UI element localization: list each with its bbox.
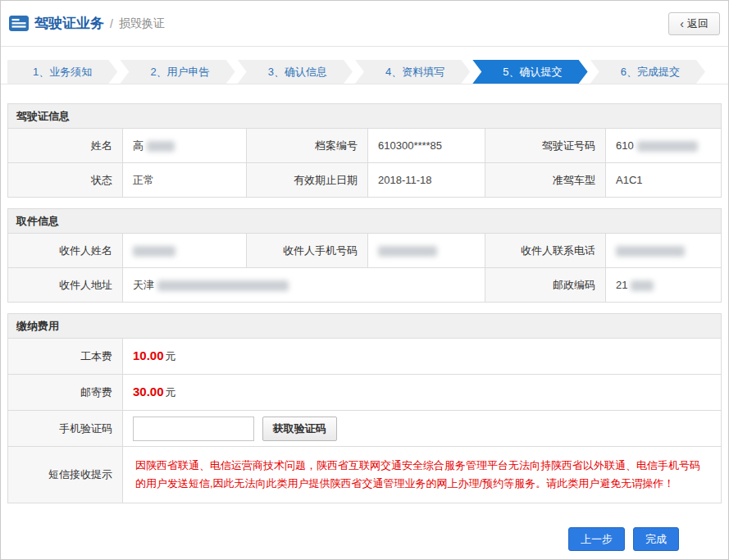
fees-section: 缴纳费用 工本费 10.00元 邮寄费 30.00元 手机验证码 <box>7 313 722 503</box>
recipient-address-label: 收件人地址 <box>8 268 123 303</box>
currency-unit: 元 <box>166 350 176 362</box>
redacted-text <box>637 141 698 152</box>
table-row: 收件人地址 天津 邮政编码 21 <box>8 268 722 303</box>
status-value: 正常 <box>123 163 247 198</box>
vehicle-class-value: A1C1 <box>606 163 722 198</box>
sms-code-cell: 获取验证码 <box>123 411 722 447</box>
redacted-text <box>616 246 685 257</box>
table-row: 姓名 高 档案编号 610300****85 驾驶证号码 610 <box>8 129 722 163</box>
footer-actions: 上一步 完成 <box>1 527 728 551</box>
pickup-info-section: 取件信息 收件人姓名 收件人手机号码 收件人联系电话 收件人地址 天津 <box>7 208 722 303</box>
header-title-group: 驾驶证业务 / 损毁换证 <box>9 14 165 33</box>
production-fee-amount: 10.00 <box>133 348 164 362</box>
fees-section-title: 缴纳费用 <box>7 313 722 338</box>
name-label: 姓名 <box>8 129 123 163</box>
title-separator: / <box>110 17 113 30</box>
license-info-section: 驾驶证信息 姓名 高 档案编号 610300****85 驾驶证号码 610 状… <box>7 103 722 198</box>
sms-notice-cell: 因陕西省联通、电信运营商技术问题，陕西省互联网交通安全综合服务管理平台无法向持陕… <box>123 447 722 503</box>
step-label: 2、用户申告 <box>150 66 209 78</box>
step-label: 6、完成提交 <box>621 66 680 78</box>
step-label: 1、业务须知 <box>33 66 92 78</box>
sms-code-input[interactable] <box>133 417 254 441</box>
step-2-user-declaration: 2、用户申告 <box>120 60 235 84</box>
fees-table: 工本费 10.00元 邮寄费 30.00元 手机验证码 获取验证码 <box>7 338 722 503</box>
page: 驾驶证业务 / 损毁换证 ‹ 返回 1、业务须知 2、用户申告 3、确认信息 4… <box>0 0 729 560</box>
page-subtitle: 损毁换证 <box>119 16 165 31</box>
finish-button[interactable]: 完成 <box>633 527 679 551</box>
main-content: 驾驶证信息 姓名 高 档案编号 610300****85 驾驶证号码 610 状… <box>1 84 728 503</box>
recipient-name-value <box>123 234 247 268</box>
sms-code-label: 手机验证码 <box>8 411 123 447</box>
get-sms-code-button[interactable]: 获取验证码 <box>262 417 337 441</box>
license-info-section-title: 驾驶证信息 <box>7 103 722 128</box>
back-button-label: 返回 <box>687 16 708 31</box>
license-service-icon <box>9 16 29 31</box>
redacted-text <box>378 246 437 257</box>
table-row: 手机验证码 获取验证码 <box>8 411 722 447</box>
mailing-fee-value: 30.00元 <box>123 375 722 411</box>
table-row: 收件人姓名 收件人手机号码 收件人联系电话 <box>8 234 722 268</box>
prev-step-button[interactable]: 上一步 <box>568 527 625 551</box>
table-row: 短信接收提示 因陕西省联通、电信运营商技术问题，陕西省互联网交通安全综合服务管理… <box>8 447 722 503</box>
sms-notice-label: 短信接收提示 <box>8 447 123 503</box>
page-title: 驾驶证业务 <box>34 14 104 33</box>
back-button[interactable]: ‹ 返回 <box>668 12 720 35</box>
license-no-label: 驾驶证号码 <box>485 129 606 163</box>
steps: 1、业务须知 2、用户申告 3、确认信息 4、资料填写 5、确认提交 6、完成提… <box>7 60 705 84</box>
step-label: 3、确认信息 <box>268 66 327 78</box>
expire-value: 2018-11-18 <box>368 163 485 198</box>
step-label: 4、资料填写 <box>385 66 444 78</box>
recipient-phone-value <box>606 234 722 268</box>
step-1-business-notice: 1、业务须知 <box>7 60 117 84</box>
recipient-name-label: 收件人姓名 <box>8 234 123 268</box>
step-3-confirm-info: 3、确认信息 <box>238 60 353 84</box>
currency-unit: 元 <box>166 386 176 398</box>
license-no-value: 610 <box>606 129 722 163</box>
redacted-text <box>133 246 175 257</box>
postcode-label: 邮政编码 <box>485 268 606 303</box>
table-row: 状态 正常 有效期止日期 2018-11-18 准驾车型 A1C1 <box>8 163 722 198</box>
back-chevron-icon: ‹ <box>680 18 684 30</box>
table-row: 工本费 10.00元 <box>8 339 722 375</box>
vehicle-class-label: 准驾车型 <box>485 163 606 198</box>
recipient-mobile-label: 收件人手机号码 <box>247 234 368 268</box>
mailing-fee-label: 邮寄费 <box>8 375 123 411</box>
recipient-address-value: 天津 <box>123 268 485 303</box>
table-row: 邮寄费 30.00元 <box>8 375 722 411</box>
sms-notice-text: 因陕西省联通、电信运营商技术问题，陕西省互联网交通安全综合服务管理平台无法向持陕… <box>135 457 708 493</box>
pickup-info-section-title: 取件信息 <box>7 208 722 233</box>
recipient-mobile-value <box>368 234 485 268</box>
step-4-fill-materials: 4、资料填写 <box>355 60 470 84</box>
mailing-fee-amount: 30.00 <box>133 385 164 398</box>
recipient-phone-label: 收件人联系电话 <box>485 234 606 268</box>
name-value: 高 <box>123 129 247 163</box>
pickup-info-table: 收件人姓名 收件人手机号码 收件人联系电话 收件人地址 天津 邮政编码 21 <box>7 233 722 303</box>
step-5-confirm-submit: 5、确认提交 <box>472 60 587 84</box>
redacted-text <box>147 141 175 152</box>
redacted-text <box>157 280 289 291</box>
status-label: 状态 <box>8 163 123 198</box>
production-fee-label: 工本费 <box>8 339 123 375</box>
step-label: 5、确认提交 <box>503 66 562 78</box>
file-no-label: 档案编号 <box>247 129 368 163</box>
production-fee-value: 10.00元 <box>123 339 722 375</box>
step-6-complete-submit: 6、完成提交 <box>590 60 705 84</box>
steps-bar: 1、业务须知 2、用户申告 3、确认信息 4、资料填写 5、确认提交 6、完成提… <box>1 47 728 84</box>
expire-label: 有效期止日期 <box>247 163 368 198</box>
postcode-value: 21 <box>606 268 722 303</box>
redacted-text <box>631 280 654 291</box>
file-no-value: 610300****85 <box>368 129 485 163</box>
header-bar: 驾驶证业务 / 损毁换证 ‹ 返回 <box>1 1 728 47</box>
license-info-table: 姓名 高 档案编号 610300****85 驾驶证号码 610 状态 正常 有… <box>7 128 722 198</box>
